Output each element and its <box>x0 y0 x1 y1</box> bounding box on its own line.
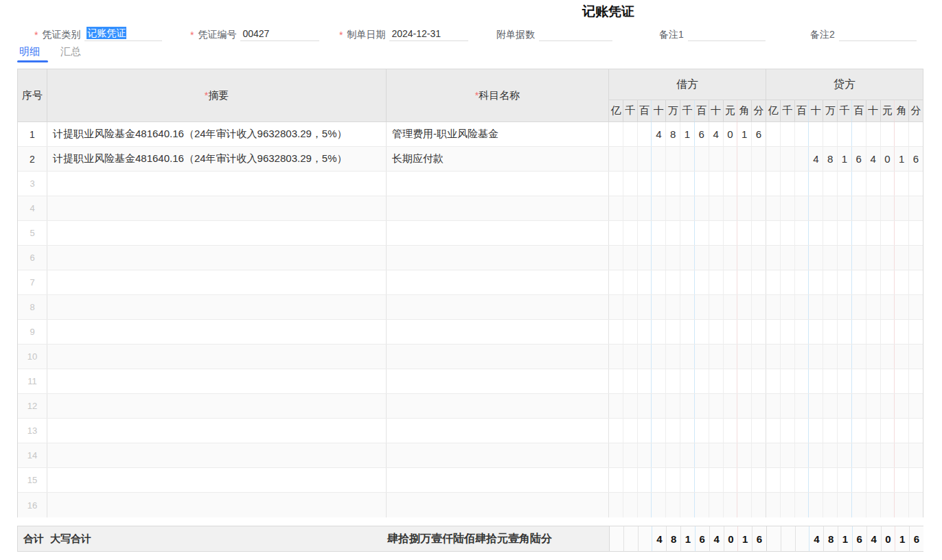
debit-digit-cell[interactable] <box>680 493 695 517</box>
credit-digit-cell[interactable] <box>895 419 909 443</box>
credit-digit-cell[interactable] <box>766 443 781 467</box>
credit-digit-cell[interactable] <box>909 345 923 369</box>
summary-cell[interactable] <box>47 369 387 393</box>
debit-digit-cell[interactable] <box>695 468 709 492</box>
debit-digit-cell[interactable] <box>724 493 738 517</box>
debit-digit-cell[interactable] <box>666 221 680 245</box>
credit-digit-cell[interactable] <box>909 221 923 245</box>
credit-digit-cell[interactable] <box>838 369 852 393</box>
credit-digit-cell[interactable] <box>781 270 795 294</box>
credit-digit-cell[interactable] <box>852 221 866 245</box>
credit-digit-cell[interactable] <box>895 369 909 393</box>
debit-digit-cell[interactable] <box>737 270 752 294</box>
debit-digit-cell[interactable]: 0 <box>724 122 738 146</box>
credit-digit-cell[interactable] <box>881 468 895 492</box>
credit-digit-cell[interactable]: 4 <box>809 147 823 171</box>
debit-digit-cell[interactable] <box>609 468 623 492</box>
debit-digit-cell[interactable] <box>752 419 766 443</box>
debit-digit-cell[interactable] <box>709 443 724 467</box>
credit-digit-cell[interactable] <box>909 394 923 418</box>
credit-digit-cell[interactable] <box>795 369 809 393</box>
credit-digit-cell[interactable] <box>823 221 838 245</box>
credit-digit-cell[interactable] <box>766 369 781 393</box>
debit-digit-cell[interactable] <box>724 246 738 270</box>
debit-digit-cell[interactable] <box>709 394 724 418</box>
debit-digit-cell[interactable] <box>666 369 680 393</box>
debit-digit-cell[interactable] <box>666 443 680 467</box>
debit-digit-cell[interactable] <box>752 345 766 369</box>
debit-digit-cell[interactable] <box>737 419 752 443</box>
credit-digit-cell[interactable] <box>766 122 781 146</box>
debit-digit-cell[interactable] <box>709 320 724 344</box>
credit-digit-cell[interactable] <box>838 295 852 319</box>
debit-digit-cell[interactable] <box>709 295 724 319</box>
debit-digit-cell[interactable] <box>638 394 652 418</box>
debit-digit-cell[interactable] <box>752 147 766 171</box>
debit-digit-cell[interactable] <box>709 493 724 517</box>
debit-digit-cell[interactable] <box>724 443 738 467</box>
debit-digit-cell[interactable] <box>724 419 738 443</box>
credit-digit-cell[interactable] <box>795 419 809 443</box>
debit-digit-cell[interactable] <box>623 221 638 245</box>
credit-digit-cell[interactable] <box>866 221 881 245</box>
debit-digit-cell[interactable] <box>737 221 752 245</box>
debit-digit-cell[interactable] <box>724 369 738 393</box>
debit-digit-cell[interactable] <box>609 345 623 369</box>
debit-digit-cell[interactable] <box>724 147 738 171</box>
debit-digit-cell[interactable] <box>609 419 623 443</box>
summary-cell[interactable] <box>47 443 387 467</box>
credit-digit-cell[interactable] <box>852 493 866 517</box>
debit-digit-cell[interactable] <box>623 196 638 220</box>
credit-digit-cell[interactable] <box>795 246 809 270</box>
credit-digit-cell[interactable] <box>895 295 909 319</box>
account-cell[interactable] <box>387 369 609 393</box>
credit-digit-cell[interactable] <box>781 443 795 467</box>
summary-cell[interactable] <box>47 246 387 270</box>
debit-digit-cell[interactable] <box>652 246 666 270</box>
credit-digit-cell[interactable] <box>881 295 895 319</box>
debit-digit-cell[interactable] <box>695 246 709 270</box>
debit-digit-cell[interactable] <box>623 468 638 492</box>
debit-digit-cell[interactable] <box>695 221 709 245</box>
credit-digit-cell[interactable] <box>781 122 795 146</box>
debit-digit-cell[interactable] <box>623 147 638 171</box>
credit-digit-cell[interactable] <box>866 295 881 319</box>
credit-digit-cell[interactable] <box>766 320 781 344</box>
debit-digit-cell[interactable] <box>638 443 652 467</box>
credit-digit-cell[interactable] <box>795 295 809 319</box>
debit-digit-cell[interactable] <box>666 320 680 344</box>
debit-digit-cell[interactable] <box>680 320 695 344</box>
summary-cell[interactable] <box>47 394 387 418</box>
account-cell[interactable] <box>387 221 609 245</box>
voucher-date-input[interactable]: 2024-12-31 <box>389 25 468 41</box>
debit-digit-cell[interactable] <box>752 320 766 344</box>
credit-digit-cell[interactable] <box>838 394 852 418</box>
debit-digit-cell[interactable] <box>666 468 680 492</box>
credit-digit-cell[interactable] <box>866 468 881 492</box>
credit-digit-cell[interactable] <box>838 196 852 220</box>
credit-digit-cell[interactable] <box>795 468 809 492</box>
debit-digit-cell[interactable] <box>652 221 666 245</box>
debit-digit-cell[interactable] <box>695 369 709 393</box>
credit-digit-cell[interactable] <box>909 172 923 196</box>
debit-digit-cell[interactable] <box>652 320 666 344</box>
debit-digit-cell[interactable] <box>695 196 709 220</box>
debit-digit-cell[interactable] <box>652 394 666 418</box>
debit-digit-cell[interactable] <box>695 493 709 517</box>
debit-digit-cell[interactable] <box>609 221 623 245</box>
credit-digit-cell[interactable] <box>795 345 809 369</box>
credit-digit-cell[interactable] <box>809 196 823 220</box>
credit-digit-cell[interactable] <box>766 270 781 294</box>
debit-digit-cell[interactable] <box>724 270 738 294</box>
account-cell[interactable] <box>387 270 609 294</box>
debit-digit-cell[interactable] <box>609 147 623 171</box>
credit-digit-cell[interactable] <box>766 394 781 418</box>
debit-digit-cell[interactable] <box>638 221 652 245</box>
debit-digit-cell[interactable] <box>724 345 738 369</box>
debit-digit-cell[interactable] <box>680 419 695 443</box>
debit-digit-cell[interactable] <box>680 394 695 418</box>
credit-digit-cell[interactable] <box>881 246 895 270</box>
credit-digit-cell[interactable] <box>809 295 823 319</box>
debit-digit-cell[interactable] <box>652 369 666 393</box>
debit-digit-cell[interactable] <box>752 196 766 220</box>
